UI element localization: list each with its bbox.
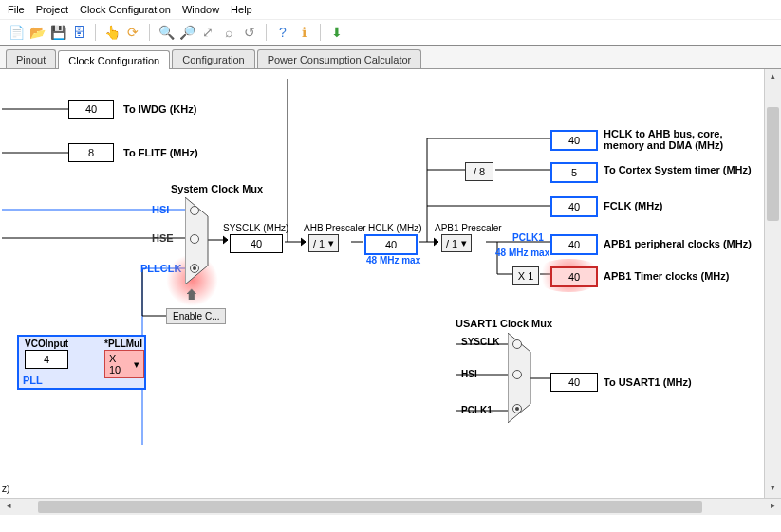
redo-icon[interactable]: ⟳ [124,24,141,41]
scroll-down-icon[interactable]: ▾ [767,483,779,496]
hclk-bus-value[interactable]: 40 [550,130,598,151]
usart1-label: To USART1 (MHz) [604,376,692,388]
hclk-max-note: 48 MHz max [366,255,420,266]
menubar: File Project Clock Configuration Window … [0,0,781,20]
usart-hsi-label: HSI [461,369,477,379]
new-icon[interactable]: 📄 [8,24,25,41]
menu-clock[interactable]: Clock Configuration [80,4,171,15]
cortex-timer-value[interactable]: 5 [550,162,598,183]
apb1-prescaler-label: APB1 Prescaler [435,223,502,233]
scroll-up-icon[interactable]: ▴ [767,71,779,84]
usart-hsi-radio[interactable] [512,370,522,379]
zoom-out-icon[interactable]: 🔎 [178,24,195,41]
hse-label: HSE [152,232,174,244]
flitf-label: To FLITF (MHz) [123,147,198,158]
system-clock-mux-title: System Clock Mux [171,183,263,194]
hscroll-thumb[interactable] [38,501,702,513]
ahb-prescaler-label: AHB Prescaler [304,223,366,233]
save-icon[interactable]: 💾 [49,24,66,41]
mux-hsi-radio[interactable] [190,206,199,215]
clock-tree-canvas[interactable]: 40 To IWDG (KHz) 8 To FLITF (MHz) System… [0,69,781,515]
zoom-in-icon[interactable]: 🔍 [158,24,175,41]
enable-css-button[interactable]: Enable C... [166,308,226,324]
usart1-mux-title: USART1 Clock Mux [456,318,552,329]
menu-help[interactable]: Help [231,4,252,15]
usart-sysclk-label: SYSCLK [461,337,500,347]
flitf-value: 8 [68,143,114,162]
undo-icon[interactable]: 👆 [103,24,121,41]
iwdg-value: 40 [68,100,114,119]
fclk-label: FCLK (MHz) [604,200,662,211]
apb1-timer-value[interactable]: 40 [550,266,598,287]
ahb-prescaler-select[interactable]: / 1▾ [308,234,339,252]
scroll-left-icon[interactable]: ◂ [2,501,15,513]
vco-input-label: VCOInput [25,339,68,349]
mux-pllclk-radio[interactable] [190,264,199,273]
apb1-periph-label: APB1 peripheral clocks (MHz) [604,238,752,249]
horizontal-scrollbar[interactable]: ◂ ▸ [0,498,781,515]
pll-mul-select[interactable]: X 10▾ [104,350,144,378]
cortex-div-box: / 8 [465,162,493,181]
hsi-label: HSI [152,204,169,215]
menu-project[interactable]: Project [36,4,68,15]
vertical-scrollbar[interactable]: ▴ ▾ [764,69,781,498]
usart1-value: 40 [550,373,598,392]
usart-pclk1-label: PCLK1 [461,405,493,415]
sysclk-label: SYSCLK (MHz) [223,223,288,233]
sysclk-value: 40 [230,234,283,253]
tab-row: Pinout Clock Configuration Configuration… [0,46,781,69]
hclk-bus-label: HCLK to AHB bus, core, memory and DMA (M… [604,128,765,151]
scroll-right-icon[interactable]: ▸ [766,501,779,513]
apb1-max-note: 48 MHz max [495,248,549,258]
menu-file[interactable]: File [8,4,25,15]
zoom-fit-icon[interactable]: ⤢ [199,24,216,41]
apb1-timer-label: APB1 Timer clocks (MHz) [604,270,729,282]
mux-hse-radio[interactable] [190,234,199,244]
menu-window[interactable]: Window [182,4,219,15]
help-icon[interactable]: ? [274,24,291,41]
usart-sysclk-radio[interactable] [512,339,522,349]
pll-block: VCOInput 4 *PLLMul X 10▾ PLL [17,335,146,390]
fclk-value[interactable]: 40 [550,196,598,217]
about-icon[interactable]: ℹ [295,24,312,41]
iwdg-label: To IWDG (KHz) [123,103,196,115]
cortex-timer-label: To Cortex System timer (MHz) [604,164,752,175]
usart1-clock-mux[interactable] [508,333,532,423]
usart-pclk1-radio[interactable] [512,404,522,413]
toolbar: 📄 📂 💾 🗄 👆 ⟳ 🔍 🔎 ⤢ ⌕ ↺ ? ℹ ⬇ [0,20,781,46]
vco-input-value: 4 [25,350,68,369]
mux-arrow-icon: 🡅 [185,287,198,303]
tab-pinout[interactable]: Pinout [6,49,56,68]
tab-power[interactable]: Power Consumption Calculator [257,49,422,68]
apb1-prescaler-select[interactable]: / 1▾ [441,234,472,252]
generate-icon[interactable]: ⬇ [328,24,345,41]
open-icon[interactable]: 📂 [28,24,46,41]
chevron-down-icon: ▾ [328,237,334,249]
chevron-down-icon: ▾ [134,358,139,371]
zoom-indicator: z) [2,484,9,494]
tab-configuration[interactable]: Configuration [172,49,254,68]
pclk1-label: PCLK1 [512,232,544,243]
hclk-value[interactable]: 40 [364,234,418,255]
save-all-icon[interactable]: 🗄 [70,24,87,41]
pll-mul-label: *PLLMul [104,339,142,349]
vscroll-thumb[interactable] [767,107,779,221]
chevron-down-icon: ▾ [461,237,467,249]
pll-title: PLL [23,375,43,386]
system-clock-mux[interactable] [185,197,210,284]
apb1-periph-value[interactable]: 40 [550,234,598,255]
hclk-label: HCLK (MHz) [368,223,422,233]
zoom-tool-icon[interactable]: ⌕ [220,24,237,41]
tab-clock-config[interactable]: Clock Configuration [58,50,170,69]
zoom-reset-icon[interactable]: ↺ [241,24,258,41]
